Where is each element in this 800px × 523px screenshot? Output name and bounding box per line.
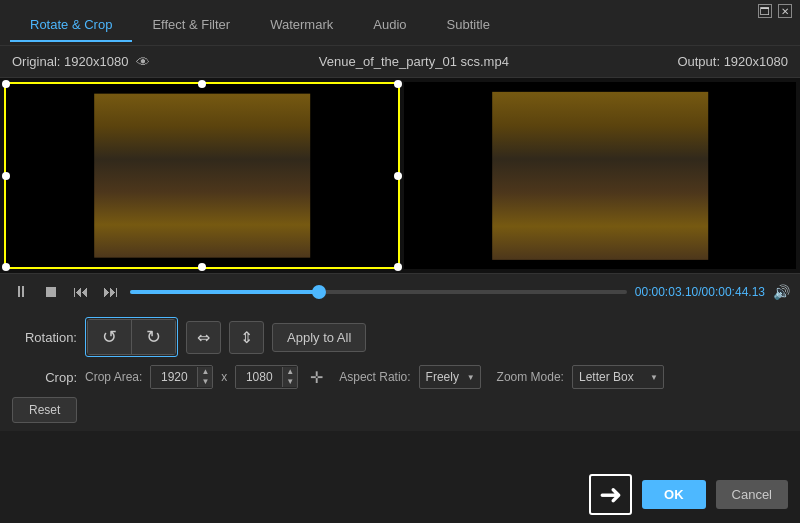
preview-right [404, 82, 796, 269]
handle-top-right[interactable] [394, 80, 402, 88]
prev-frame-button[interactable]: ⏮ [70, 281, 92, 303]
handle-bottom-left[interactable] [2, 263, 10, 271]
height-up-arrow[interactable]: ▲ [283, 367, 297, 377]
handle-bottom-center[interactable] [198, 263, 206, 271]
minimize-button[interactable]: 🗖 [758, 4, 772, 18]
title-bar: 🗖 ✕ [750, 0, 800, 22]
reset-row: Reset [12, 397, 788, 423]
tab-rotate-crop[interactable]: Rotate & Crop [10, 9, 132, 42]
handle-mid-right[interactable] [394, 172, 402, 180]
cancel-button[interactable]: Cancel [716, 480, 788, 509]
time-display: 00:00:03.10/00:00:44.13 [635, 285, 765, 299]
playback-bar: ⏸ ⏹ ⏮ ⏭ 00:00:03.10/00:00:44.13 🔊 [0, 273, 800, 309]
volume-icon[interactable]: 🔊 [773, 284, 790, 300]
width-input-wrapper: ▲ ▼ [150, 365, 213, 389]
apply-to-all-button[interactable]: Apply to All [272, 323, 366, 352]
rotate-group: ↺ ↻ [87, 319, 176, 355]
x-separator: x [221, 370, 227, 384]
aspect-ratio-select[interactable]: Freely 16:9 4:3 1:1 9:16 [419, 365, 481, 389]
handle-bottom-right[interactable] [394, 263, 402, 271]
progress-fill [130, 290, 319, 294]
bottom-bar: ➜ OK Cancel [0, 466, 800, 523]
aspect-ratio-label: Aspect Ratio: [339, 370, 410, 384]
height-down-arrow[interactable]: ▼ [283, 377, 297, 387]
tab-effect-filter[interactable]: Effect & Filter [132, 9, 250, 42]
width-up-arrow[interactable]: ▲ [198, 367, 212, 377]
crop-row: Crop: Crop Area: ▲ ▼ x ▲ ▼ ✛ Aspect Rati… [12, 365, 788, 389]
controls-area: Rotation: ↺ ↻ ⇔ ⇕ Apply to All Crop: Cro… [0, 309, 800, 431]
flip-horizontal-button[interactable]: ⇔ [186, 321, 221, 354]
close-button[interactable]: ✕ [778, 4, 792, 18]
ok-button[interactable]: OK [642, 480, 706, 509]
handle-top-left[interactable] [2, 80, 10, 88]
handle-mid-left[interactable] [2, 172, 10, 180]
flip-vertical-button[interactable]: ⇕ [229, 321, 264, 354]
next-frame-button[interactable]: ⏭ [100, 281, 122, 303]
crop-area-label: Crop Area: [85, 370, 142, 384]
tab-audio[interactable]: Audio [353, 9, 426, 42]
output-resolution: Output: 1920x1080 [677, 54, 788, 69]
tabs-bar: Rotate & Crop Effect & Filter Watermark … [0, 0, 800, 46]
crop-label: Crop: [12, 370, 77, 385]
arrow-icon: ➜ [589, 474, 632, 515]
handle-top-center[interactable] [198, 80, 206, 88]
height-input-wrapper: ▲ ▼ [235, 365, 298, 389]
progress-thumb[interactable] [312, 285, 326, 299]
tab-subtitle[interactable]: Subtitle [427, 9, 510, 42]
original-resolution: Original: 1920x1080 [12, 54, 128, 69]
info-bar: Original: 1920x1080 👁 Venue_of_the_party… [0, 46, 800, 78]
preview-area [0, 78, 800, 273]
tab-watermark[interactable]: Watermark [250, 9, 353, 42]
crop-width-input[interactable] [151, 366, 197, 388]
progress-track[interactable] [130, 290, 627, 294]
aspect-ratio-select-wrapper: Freely 16:9 4:3 1:1 9:16 [419, 365, 481, 389]
zoom-mode-select[interactable]: Letter Box Pan & Scan Full [572, 365, 664, 389]
time-total: 00:00:44.13 [702, 285, 765, 299]
play-pause-button[interactable]: ⏸ [10, 281, 32, 303]
rotation-row: Rotation: ↺ ↻ ⇔ ⇕ Apply to All [12, 317, 788, 357]
rotate-group-wrapper: ↺ ↻ [85, 317, 178, 357]
preview-left [4, 82, 400, 269]
width-arrows: ▲ ▼ [197, 367, 212, 387]
crop-position-icon[interactable]: ✛ [310, 368, 323, 387]
crop-height-input[interactable] [236, 366, 282, 388]
width-down-arrow[interactable]: ▼ [198, 377, 212, 387]
height-arrows: ▲ ▼ [282, 367, 297, 387]
rotation-label: Rotation: [12, 330, 77, 345]
zoom-mode-select-wrapper: Letter Box Pan & Scan Full [572, 365, 664, 389]
rotate-right-button[interactable]: ↻ [132, 320, 175, 354]
filename: Venue_of_the_party_01 scs.mp4 [319, 54, 509, 69]
time-current: 00:00:03.10 [635, 285, 698, 299]
zoom-mode-label: Zoom Mode: [497, 370, 564, 384]
reset-button[interactable]: Reset [12, 397, 77, 423]
eye-icon[interactable]: 👁 [136, 54, 150, 70]
rotate-left-button[interactable]: ↺ [88, 320, 132, 354]
stop-button[interactable]: ⏹ [40, 281, 62, 303]
